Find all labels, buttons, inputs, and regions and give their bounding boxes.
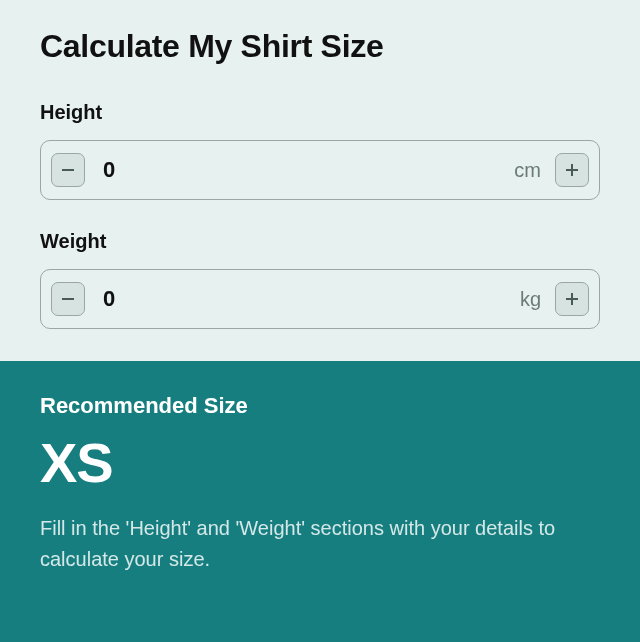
height-decrement-button[interactable] <box>51 153 85 187</box>
weight-value[interactable]: 0 <box>85 286 516 312</box>
shirt-size-calculator: Calculate My Shirt Size Height 0 cm Weig… <box>0 0 640 642</box>
plus-icon <box>565 163 579 177</box>
input-section: Calculate My Shirt Size Height 0 cm Weig… <box>0 0 640 361</box>
height-label: Height <box>40 101 600 124</box>
svg-rect-3 <box>62 298 74 300</box>
svg-rect-0 <box>62 169 74 171</box>
weight-decrement-button[interactable] <box>51 282 85 316</box>
recommended-size-hint: Fill in the 'Height' and 'Weight' sectio… <box>40 513 600 575</box>
minus-icon <box>61 163 75 177</box>
minus-icon <box>61 292 75 306</box>
weight-field-group: Weight 0 kg <box>40 230 600 329</box>
recommended-size-label: Recommended Size <box>40 393 600 419</box>
page-title: Calculate My Shirt Size <box>40 28 600 65</box>
height-stepper[interactable]: 0 cm <box>40 140 600 200</box>
svg-rect-5 <box>571 293 573 305</box>
plus-icon <box>565 292 579 306</box>
height-field-group: Height 0 cm <box>40 101 600 200</box>
height-increment-button[interactable] <box>555 153 589 187</box>
weight-stepper[interactable]: 0 kg <box>40 269 600 329</box>
weight-unit: kg <box>516 288 555 311</box>
weight-label: Weight <box>40 230 600 253</box>
svg-rect-2 <box>571 164 573 176</box>
height-unit: cm <box>510 159 555 182</box>
weight-increment-button[interactable] <box>555 282 589 316</box>
height-value[interactable]: 0 <box>85 157 510 183</box>
recommended-size-value: XS <box>40 435 600 491</box>
result-section: Recommended Size XS Fill in the 'Height'… <box>0 361 640 642</box>
